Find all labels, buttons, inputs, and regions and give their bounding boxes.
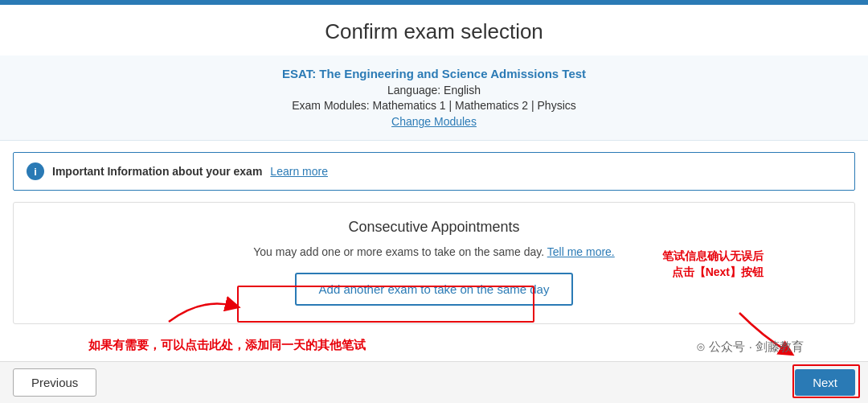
bottom-annotation: 如果有需要，可以点击此处，添加同一天的其他笔试 xyxy=(88,338,366,353)
exam-modules: Exam Modules: Mathematics 1 | Mathematic… xyxy=(16,99,852,112)
change-modules-link[interactable]: Change Modules xyxy=(391,115,477,128)
page-title: Confirm exam selection xyxy=(0,5,868,56)
consecutive-description: You may add one or more exams to take on… xyxy=(30,245,838,258)
add-exam-btn-wrapper: Add another exam to take on the same day xyxy=(30,273,838,306)
footer-navigation: Previous Next xyxy=(0,361,868,403)
previous-button[interactable]: Previous xyxy=(13,368,96,397)
learn-more-link[interactable]: Learn more xyxy=(270,165,328,178)
wechat-label: ⊙ 公众号 · 剑藤教育 xyxy=(696,339,804,355)
consecutive-appointments-section: Consecutive Appointments You may add one… xyxy=(13,202,855,324)
info-icon: i xyxy=(27,162,44,180)
exam-title: ESAT: The Engineering and Science Admiss… xyxy=(16,67,852,80)
tell-me-more-link[interactable]: Tell me more. xyxy=(547,245,615,258)
exam-language: Language: English xyxy=(16,84,852,97)
info-banner: i Important Information about your exam … xyxy=(13,152,855,191)
next-button[interactable]: Next xyxy=(795,369,855,396)
info-banner-text: Important Information about your exam xyxy=(52,165,262,178)
consecutive-title: Consecutive Appointments xyxy=(30,219,838,236)
add-exam-button[interactable]: Add another exam to take on the same day xyxy=(295,273,574,306)
consecutive-desc-text: You may add one or more exams to take on… xyxy=(253,245,544,258)
exam-info-section: ESAT: The Engineering and Science Admiss… xyxy=(0,56,868,141)
